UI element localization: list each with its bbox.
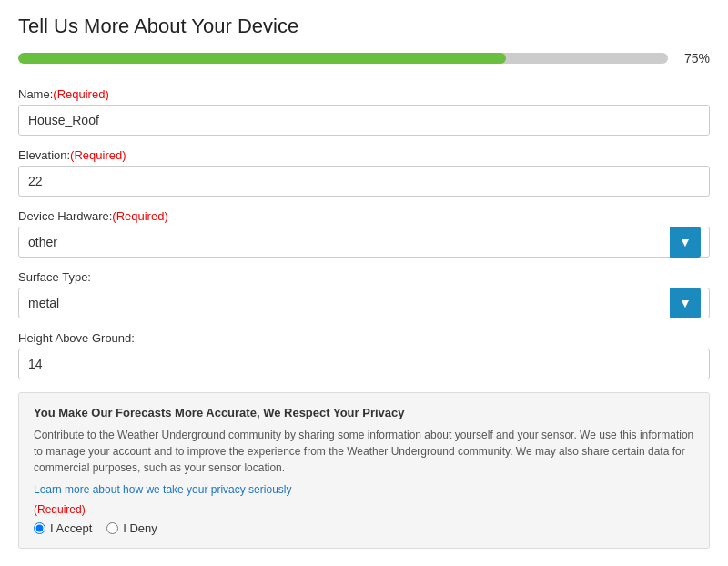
device-hardware-field-group: Device Hardware:(Required) other Davis A… [18,209,710,258]
privacy-link[interactable]: Learn more about how we take your privac… [34,483,694,496]
privacy-box: You Make Our Forecasts More Accurate, We… [18,392,710,549]
deny-radio[interactable] [106,522,118,534]
elevation-required: (Required) [70,148,126,162]
name-field-group: Name:(Required) [18,87,710,136]
elevation-label-text: Elevation: [18,148,70,162]
elevation-input[interactable] [18,166,710,197]
name-input[interactable] [18,105,710,136]
device-hardware-select-wrapper: other Davis Acurite Oregon Scientific Am… [18,227,710,258]
elevation-label: Elevation:(Required) [18,148,710,162]
accept-label: I Accept [50,521,92,535]
page-title: Tell Us More About Your Device [18,15,710,38]
privacy-title: You Make Our Forecasts More Accurate, We… [34,406,694,419]
surface-type-select-wrapper: metal shingle tile concrete wood ▼ [18,288,710,318]
name-required: (Required) [53,87,108,101]
device-hardware-label: Device Hardware:(Required) [18,209,710,223]
surface-type-field-group: Surface Type: metal shingle tile concret… [18,270,710,318]
height-above-ground-field-group: Height Above Ground: [18,331,710,379]
accept-radio[interactable] [34,522,46,534]
privacy-required-label: (Required) [34,503,694,516]
deny-label: I Deny [123,521,157,535]
device-hardware-label-text: Device Hardware: [18,209,112,223]
surface-type-label: Surface Type: [18,270,710,284]
privacy-text: Contribute to the Weather Underground co… [34,427,694,476]
device-hardware-select[interactable]: other Davis Acurite Oregon Scientific Am… [18,227,710,258]
privacy-radio-group: I Accept I Deny [34,521,694,535]
progress-bar-container: 75% [18,51,710,66]
elevation-field-group: Elevation:(Required) [18,148,710,197]
height-above-ground-label: Height Above Ground: [18,331,710,345]
device-hardware-required: (Required) [112,209,167,223]
height-above-ground-input[interactable] [18,349,710,379]
name-label-text: Name: [18,87,53,101]
progress-bar-background [18,53,668,64]
surface-type-select[interactable]: metal shingle tile concrete wood [18,288,710,318]
accept-radio-option[interactable]: I Accept [34,521,92,535]
deny-radio-option[interactable]: I Deny [106,521,157,535]
name-label: Name:(Required) [18,87,710,101]
progress-bar-fill [18,53,506,64]
progress-label: 75% [677,51,710,66]
